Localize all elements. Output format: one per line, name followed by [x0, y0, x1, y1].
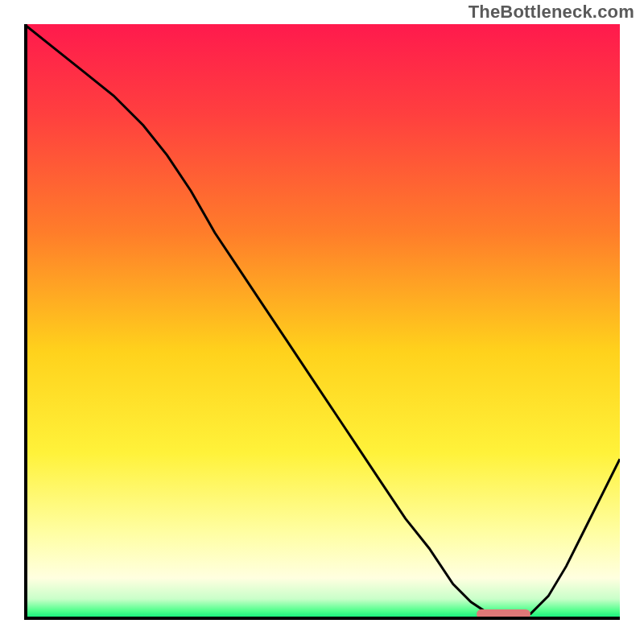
chart-container: TheBottleneck.com	[0, 0, 644, 644]
plot-area	[24, 24, 620, 620]
y-axis	[24, 24, 27, 620]
bottleneck-curve	[24, 24, 620, 620]
x-axis	[24, 617, 620, 620]
watermark-text: TheBottleneck.com	[469, 2, 634, 23]
